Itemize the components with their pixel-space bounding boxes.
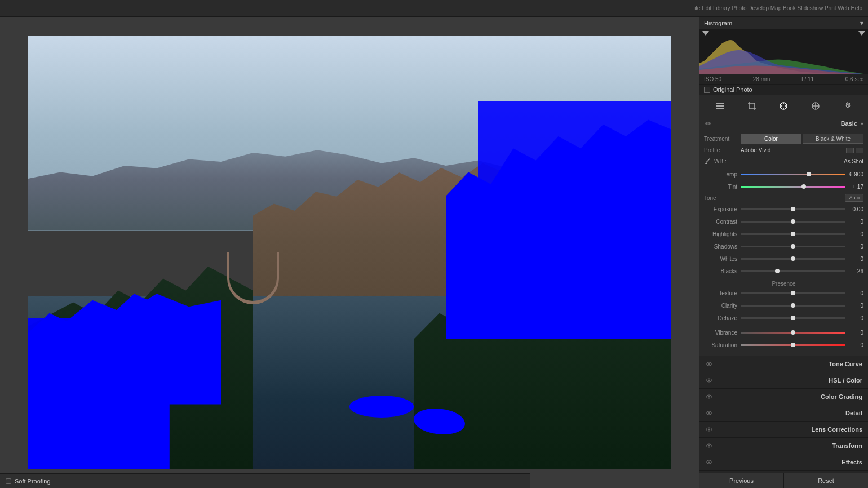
transform-section[interactable]: Transform: [699, 438, 868, 454]
lens-corrections-section[interactable]: Lens Corrections: [699, 422, 868, 438]
transform-label: Transform: [713, 442, 862, 449]
app-menu[interactable]: File Edit Library Photo Develop Map Book…: [691, 5, 862, 11]
basic-panel-title: Basic: [712, 120, 857, 127]
tone-curve-label: Tone Curve: [713, 361, 862, 367]
image-area: Soft Proofing: [0, 17, 699, 488]
texture-thumb[interactable]: [791, 291, 795, 295]
basic-eye-icon[interactable]: [704, 119, 712, 127]
basic-panel-header[interactable]: Basic ▾: [699, 117, 868, 130]
temp-track[interactable]: [741, 174, 845, 175]
vibrance-slider-row: Vibrance 0: [704, 327, 863, 338]
shadows-thumb[interactable]: [791, 244, 795, 249]
detail-section[interactable]: Detail: [699, 405, 868, 422]
treatment-color-btn[interactable]: Color: [741, 134, 801, 144]
saturation-thumb[interactable]: [791, 343, 795, 347]
color-grading-section[interactable]: Color Grading: [699, 389, 868, 405]
original-photo-label: Original Photo: [713, 86, 752, 93]
lens-eye[interactable]: [705, 425, 713, 433]
treatment-bw-btn[interactable]: Black & White: [803, 134, 863, 144]
tint-track[interactable]: [741, 186, 845, 188]
dehaze-track[interactable]: [741, 317, 845, 319]
svg-rect-2: [716, 108, 724, 109]
shutter-info: 0,6 sec: [845, 76, 863, 82]
svg-point-10: [708, 380, 710, 381]
texture-track[interactable]: [741, 292, 845, 294]
detail-eye[interactable]: [705, 409, 713, 417]
shadows-track[interactable]: [741, 246, 845, 247]
reset-button[interactable]: Reset: [784, 473, 868, 488]
vibrance-thumb[interactable]: [791, 330, 795, 335]
camera-info-bar: ISO 50 28 mm f / 11 0,6 sec: [699, 74, 868, 85]
blacks-value: – 26: [845, 268, 863, 274]
soft-proofing-icon[interactable]: [6, 478, 11, 484]
profile-icons: [846, 148, 863, 153]
shadows-label: Shadows: [704, 243, 741, 250]
hsl-color-section[interactable]: HSL / Color: [699, 372, 868, 389]
temp-label: Temp: [704, 171, 741, 178]
highlights-label: Highlights: [704, 231, 741, 237]
whites-track[interactable]: [741, 258, 845, 260]
histogram-section: Histogram ▾: [699, 17, 868, 95]
tool-presets[interactable]: [712, 98, 728, 114]
tint-thumb[interactable]: [801, 184, 806, 189]
svg-point-18: [708, 445, 710, 447]
wb-value: As Shot: [741, 158, 863, 165]
tool-settings[interactable]: [840, 98, 856, 114]
tone-curve-eye[interactable]: [705, 360, 713, 368]
histogram-graph: [699, 29, 868, 74]
right-panel: Histogram ▾: [699, 17, 868, 488]
wb-eyedropper-icon[interactable]: [704, 157, 713, 166]
shadows-slider-row: Shadows 0: [704, 241, 863, 251]
clarity-track[interactable]: [741, 305, 845, 307]
contrast-track[interactable]: [741, 221, 845, 223]
exposure-track[interactable]: [741, 208, 845, 210]
tool-masking[interactable]: [808, 98, 823, 114]
histogram-title-bar: Histogram ▾: [699, 17, 868, 29]
highlights-thumb[interactable]: [791, 232, 795, 236]
dehaze-thumb[interactable]: [791, 316, 795, 320]
color-grading-eye[interactable]: [705, 393, 713, 401]
collapsed-panels: Tone Curve HSL / Color Color Grading: [699, 356, 868, 473]
effects-label: Effects: [713, 459, 862, 465]
wb-row: WB : As Shot: [704, 157, 863, 166]
saturation-track[interactable]: [741, 344, 845, 346]
exposure-thumb[interactable]: [791, 207, 795, 211]
previous-button[interactable]: Previous: [699, 473, 784, 488]
hsl-eye[interactable]: [705, 376, 713, 384]
svg-point-8: [708, 363, 710, 365]
tool-develop[interactable]: [776, 98, 791, 114]
blue-overlay-8: [349, 396, 414, 418]
tool-crop[interactable]: [744, 98, 760, 114]
effects-eye[interactable]: [705, 458, 713, 466]
transform-eye[interactable]: [705, 442, 713, 450]
exposure-label: Exposure: [704, 206, 741, 212]
basic-panel-chevron[interactable]: ▾: [861, 121, 863, 127]
auto-button[interactable]: Auto: [845, 194, 863, 202]
histogram-expand-icon[interactable]: ▾: [860, 19, 863, 27]
blacks-thumb[interactable]: [775, 269, 780, 273]
texture-value: 0: [845, 290, 863, 296]
svg-point-12: [708, 396, 710, 398]
original-photo-checkbox[interactable]: [704, 87, 710, 93]
svg-point-16: [708, 429, 710, 431]
effects-section[interactable]: Effects: [699, 454, 868, 471]
temp-thumb[interactable]: [807, 172, 811, 176]
image-bottom-bar: Soft Proofing: [0, 473, 530, 488]
tone-curve-section[interactable]: Tone Curve: [699, 356, 868, 372]
whites-thumb[interactable]: [791, 256, 795, 261]
clarity-thumb[interactable]: [791, 303, 795, 308]
profile-value: Adobe Vivid: [741, 147, 846, 153]
iso-info: ISO 50: [704, 76, 721, 82]
texture-label: Texture: [704, 290, 741, 296]
exposure-value: 0.00: [845, 206, 863, 212]
panels-scroll[interactable]: Basic ▾ Treatment Color Black & White Pr…: [699, 117, 868, 473]
contrast-label: Contrast: [704, 219, 741, 225]
contrast-thumb[interactable]: [791, 219, 795, 224]
basic-panel-content: Treatment Color Black & White Profile Ad…: [699, 130, 868, 356]
saturation-value: 0: [845, 342, 863, 348]
profile-icon-1[interactable]: [846, 148, 854, 153]
profile-icon-2[interactable]: [856, 148, 863, 153]
blacks-track[interactable]: [741, 270, 845, 272]
vibrance-track[interactable]: [741, 332, 845, 334]
highlights-track[interactable]: [741, 233, 845, 235]
